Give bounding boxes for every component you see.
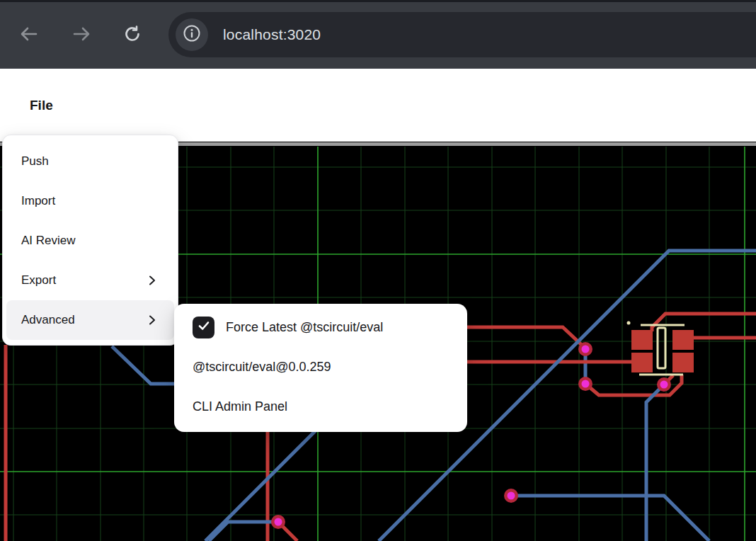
browser-chrome: localhost:3020 xyxy=(0,0,756,69)
menu-item-label: Advanced xyxy=(21,313,75,327)
reload-icon xyxy=(123,25,142,46)
info-icon xyxy=(183,24,201,45)
checkmark-icon xyxy=(197,319,211,336)
forward-arrow-icon xyxy=(71,24,91,47)
submenu-item-force-latest[interactable]: Force Latest @tscircuit/eval xyxy=(174,307,467,347)
app-toolbar xyxy=(0,69,756,142)
forward-button[interactable] xyxy=(66,20,97,51)
menu-item-advanced[interactable]: Advanced xyxy=(6,300,174,340)
submenu-item-label: Force Latest @tscircuit/eval xyxy=(226,320,383,335)
menu-item-import[interactable]: Import xyxy=(3,181,178,221)
menu-item-label: AI Review xyxy=(21,234,76,248)
silkscreen-dot xyxy=(627,321,631,325)
file-dropdown-menu: Push Import AI Review Export Advanced xyxy=(2,135,178,346)
menu-item-push[interactable]: Push xyxy=(3,142,178,181)
submenu-item-label: CLI Admin Panel xyxy=(193,399,287,414)
advanced-submenu: Force Latest @tscircuit/eval @tscircuit/… xyxy=(174,304,467,432)
menu-item-label: Push xyxy=(21,154,49,169)
back-arrow-icon xyxy=(19,24,39,47)
submenu-item-label: @tscircuit/eval@0.0.259 xyxy=(193,360,331,375)
browser-window: localhost:3020 File xyxy=(0,0,756,541)
menu-item-label: Export xyxy=(21,273,56,287)
address-bar[interactable]: localhost:3020 xyxy=(168,12,756,57)
menu-item-label: Import xyxy=(21,194,55,208)
back-button[interactable] xyxy=(13,20,45,51)
file-menu-button[interactable]: File xyxy=(30,98,53,113)
component-pads xyxy=(631,330,694,372)
reload-button[interactable] xyxy=(117,20,148,51)
url-text[interactable]: localhost:3020 xyxy=(223,26,321,43)
menu-item-ai-review[interactable]: AI Review xyxy=(3,221,178,261)
menu-item-export[interactable]: Export xyxy=(3,261,178,300)
submenu-item-cli-admin-panel[interactable]: CLI Admin Panel xyxy=(174,387,467,426)
checkbox-checked[interactable] xyxy=(193,317,214,338)
site-info-button[interactable] xyxy=(176,18,208,51)
chevron-right-icon xyxy=(147,314,158,326)
chevron-right-icon xyxy=(147,275,158,286)
submenu-item-eval-version[interactable]: @tscircuit/eval@0.0.259 xyxy=(174,347,467,387)
